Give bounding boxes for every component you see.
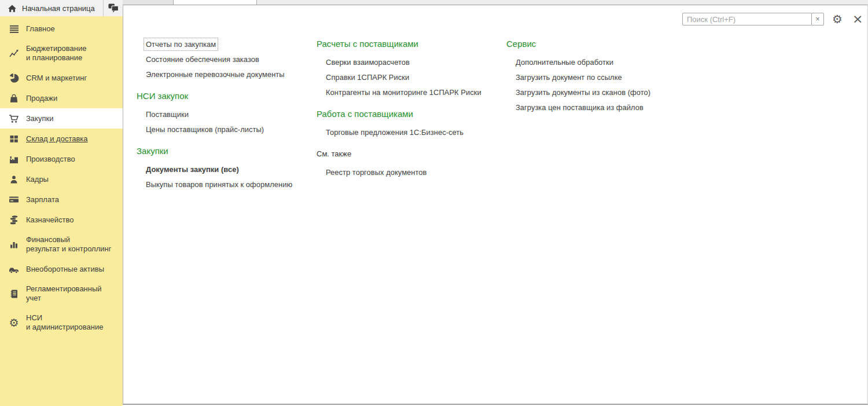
sidebar-item-regulated-accounting[interactable]: Регламентированный учет: [0, 279, 123, 308]
link-spark-risks-monitored-counterparties[interactable]: Контрагенты на мониторинге 1СПАРК Риски: [326, 85, 481, 100]
sidebar-item-label: Зарплата: [26, 195, 59, 204]
finance-bars-icon: [8, 240, 20, 249]
link-order-fulfillment-state[interactable]: Состояние обеспечения заказов: [146, 52, 259, 67]
discussions-button[interactable]: [104, 0, 123, 16]
link-settlement-reconciliations[interactable]: Сверки взаиморасчетов: [326, 55, 410, 70]
sidebar-item-crm[interactable]: CRM и маркетинг: [0, 68, 123, 88]
sidebar-item-label: Казначейство: [26, 215, 73, 225]
budgeting-chart-icon: [8, 49, 20, 58]
sales-bag-icon: [8, 94, 20, 103]
sidebar-item-label: Бюджетирование и планирование: [26, 44, 86, 63]
sidebar-item-label: Продажи: [26, 94, 57, 103]
purchases-section-panel: × ⚙ × Отчеты по закупкам Состояние обесп…: [123, 5, 868, 405]
link-trade-documents-register[interactable]: Реестр торговых документов: [326, 165, 426, 180]
sidebar-item-production[interactable]: Производство: [0, 149, 123, 169]
header-supplier-work[interactable]: Работа с поставщиками: [317, 107, 507, 121]
header-purchasing-master-data[interactable]: НСИ закупок: [137, 89, 313, 103]
link-electronic-transport-documents[interactable]: Электронные перевозочные документы: [146, 67, 285, 82]
link-purchase-reports[interactable]: Отчеты по закупкам: [146, 37, 216, 52]
header-purchases[interactable]: Закупки: [137, 144, 313, 158]
sidebar-item-hr[interactable]: Кадры: [0, 169, 123, 189]
panel-column-3: Сервис Дополнительные обработки Загрузит…: [506, 37, 692, 115]
treasury-coins-icon: [8, 215, 20, 225]
hidden-tab: [123, 0, 174, 5]
sidebar-item-label: Финансовый результат и контроллинг: [26, 235, 111, 254]
sidebar-item-sales[interactable]: Продажи: [0, 88, 123, 108]
sidebar-item-label: Внеоборотные активы: [26, 265, 104, 274]
sidebar-item-label: Производство: [26, 155, 75, 164]
sidebar-item-label: Регламентированный учет: [26, 284, 102, 303]
link-business-network-trade-offers[interactable]: Торговые предложения 1С:Бизнес-сеть: [326, 125, 464, 140]
panel-column-2: Расчеты с поставщиками Сверки взаиморасч…: [317, 37, 507, 180]
link-load-supplier-prices-from-files[interactable]: Загрузка цен поставщика из файлов: [516, 100, 643, 115]
sidebar-item-label: НСИ и администрирование: [26, 313, 103, 332]
sidebar-item-label: Кадры: [26, 175, 49, 184]
search-area: × ⚙ ×: [682, 13, 863, 25]
close-icon[interactable]: ×: [852, 13, 863, 25]
panel-column-1: Отчеты по закупкам Состояние обеспечения…: [137, 37, 313, 192]
sidebar-item-warehouse[interactable]: Склад и доставка: [0, 129, 123, 149]
link-purchase-documents-all[interactable]: Документы закупки (все): [146, 162, 239, 177]
search-input[interactable]: [682, 13, 812, 25]
regulated-ledger-icon: [8, 289, 20, 299]
main-menu-icon: [8, 24, 20, 34]
link-supplier-price-lists[interactable]: Цены поставщиков (прайс-листы): [146, 122, 264, 137]
sidebar-item-master-data-admin[interactable]: ⚙ НСИ и администрирование: [0, 308, 123, 337]
hidden-tab-strip: [123, 0, 868, 5]
salary-card-icon: [8, 195, 20, 204]
hr-person-icon: [8, 175, 20, 184]
link-additional-processing[interactable]: Дополнительные обработки: [516, 55, 613, 70]
search-clear-button[interactable]: ×: [811, 13, 824, 25]
home-tab-label: Начальная страница: [22, 4, 95, 13]
sidebar-item-label: Склад и доставка: [26, 134, 88, 144]
sidebar-item-purchases[interactable]: Закупки: [0, 108, 123, 129]
link-goods-buybacks[interactable]: Выкупы товаров принятых к оформлению: [146, 177, 292, 192]
sidebar-item-treasury[interactable]: Казначейство: [0, 210, 123, 230]
sidebar-item-budgeting[interactable]: Бюджетирование и планирование: [0, 39, 123, 68]
sections-sidebar: Главное Бюджетирование и планирование CR…: [0, 16, 123, 406]
header-service[interactable]: Сервис: [506, 37, 692, 51]
crm-pie-icon: [8, 73, 20, 83]
chat-bubbles-icon: [108, 3, 119, 13]
see-also-label: См. также: [317, 147, 507, 161]
header-supplier-settlements[interactable]: Расчеты с поставщиками: [317, 37, 507, 51]
sidebar-item-main[interactable]: Главное: [0, 19, 123, 39]
sidebar-item-financial-result[interactable]: Финансовый результат и контроллинг: [0, 230, 123, 259]
link-spark-risks-certificates[interactable]: Справки 1СПАРК Риски: [326, 70, 409, 85]
link-load-document-by-link[interactable]: Загрузить документ по ссылке: [516, 70, 622, 85]
production-factory-icon: [8, 155, 20, 164]
home-page-tab[interactable]: Начальная страница: [0, 0, 104, 16]
assets-vehicle-icon: [8, 265, 20, 274]
tab-bar: Начальная страница: [0, 0, 123, 16]
link-load-documents-from-scans[interactable]: Загрузить документы из сканов (фото): [516, 85, 650, 100]
sidebar-item-noncurrent-assets[interactable]: Внеоборотные активы: [0, 259, 123, 279]
sidebar-item-label: CRM и маркетинг: [26, 74, 87, 83]
hidden-tab: [174, 0, 257, 5]
home-icon: [8, 4, 17, 13]
warehouse-grid-icon: [8, 134, 20, 144]
settings-gear-icon[interactable]: ⚙: [832, 13, 843, 25]
sidebar-item-label: Главное: [26, 24, 55, 34]
admin-gear-icon: ⚙: [8, 317, 20, 328]
link-suppliers[interactable]: Поставщики: [146, 107, 189, 122]
purchases-cart-icon: [8, 114, 20, 123]
sidebar-item-label: Закупки: [26, 114, 53, 123]
sidebar-item-salary[interactable]: Зарплата: [0, 189, 123, 210]
